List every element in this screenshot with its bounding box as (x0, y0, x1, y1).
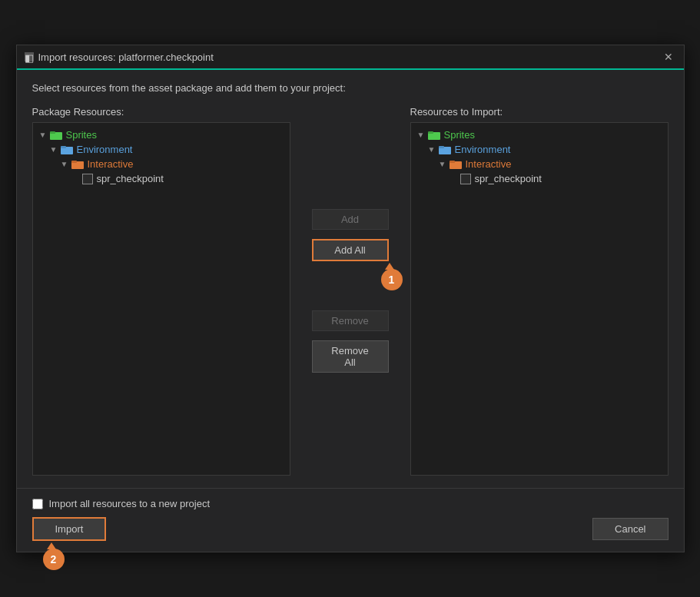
tree-item-sprites[interactable]: ▼ Sprites (33, 128, 290, 142)
file-icon-spr-checkpoint (82, 174, 93, 184)
tree-item-spr-checkpoint2[interactable]: spr_checkpoint (411, 171, 668, 186)
folder-icon-interactive (71, 159, 84, 169)
remove-all-button[interactable]: Remove All (312, 340, 389, 373)
svg-rect-3 (61, 146, 66, 148)
arrow-sprites: ▼ (39, 131, 50, 139)
arrow-environment: ▼ (50, 145, 61, 154)
tree-item-sprites2[interactable]: ▼ Sprites (411, 128, 668, 142)
folder-icon-environment2 (439, 144, 451, 154)
new-project-checkbox[interactable] (32, 499, 43, 509)
folder-icon-sprites (50, 130, 62, 140)
resources-to-import-panel: Resources to Import: ▼ Sprites ▼ (410, 106, 668, 476)
checkbox-row: Import all resources to a new project (32, 498, 668, 509)
interactive2-label: Interactive (466, 158, 512, 170)
folder-icon-sprites2 (428, 130, 440, 140)
dialog-title: Import resources: platformer.checkpoint (38, 51, 214, 63)
file-icon-spr-checkpoint2 (460, 174, 471, 184)
arrow-interactive: ▼ (61, 160, 71, 168)
svg-rect-9 (439, 146, 444, 148)
package-resources-label: Package Resources: (32, 106, 290, 118)
dialog-body: Select resources from the asset package … (17, 70, 684, 488)
title-bar: ◧ Import resources: platformer.checkpoin… (17, 45, 684, 70)
interactive-label: Interactive (88, 158, 134, 170)
arrow-spr-checkpoint2 (450, 174, 460, 183)
package-resources-panel: Package Resources: ▼ Sprites ▼ (32, 106, 290, 476)
remove-button[interactable]: Remove (312, 310, 389, 331)
arrow-spr-checkpoint (71, 174, 82, 183)
callout-badge-1: 1 (381, 269, 403, 290)
svg-rect-11 (450, 161, 455, 163)
svg-rect-5 (71, 161, 77, 163)
tree-item-environment2[interactable]: ▼ Environment (411, 142, 668, 157)
environment2-label: Environment (455, 144, 511, 155)
svg-rect-1 (50, 131, 55, 134)
middle-buttons: Add Add All 1 Remove Remove All (298, 106, 403, 476)
title-bar-left: ◧ Import resources: platformer.checkpoin… (25, 51, 214, 63)
resources-to-import-label: Resources to Import: (410, 106, 668, 118)
folder-icon-environment (61, 144, 73, 154)
window-icon: ◧ (25, 52, 34, 61)
import-callout: Import 2 (32, 517, 107, 541)
tree-item-environment[interactable]: ▼ Environment (33, 142, 290, 157)
description-text: Select resources from the asset package … (32, 82, 668, 94)
import-dialog: ◧ Import resources: platformer.checkpoin… (16, 45, 685, 552)
sprites-label: Sprites (66, 129, 97, 141)
arrow-interactive2: ▼ (439, 160, 450, 168)
tree-item-spr-checkpoint[interactable]: spr_checkpoint (33, 171, 290, 186)
add-all-callout: Add All 1 (312, 239, 389, 261)
spr-checkpoint-label: spr_checkpoint (97, 173, 164, 184)
folder-icon-interactive2 (450, 159, 462, 169)
tree-item-interactive2[interactable]: ▼ Interactive (411, 157, 668, 171)
arrow-environment2: ▼ (428, 145, 439, 154)
close-button[interactable]: ✕ (661, 50, 676, 64)
panels-row: Package Resources: ▼ Sprites ▼ (32, 106, 668, 476)
resources-to-import-tree[interactable]: ▼ Sprites ▼ Environment (410, 122, 668, 476)
checkbox-label: Import all resources to a new project (49, 498, 211, 509)
cancel-button[interactable]: Cancel (592, 518, 668, 540)
add-button[interactable]: Add (312, 209, 389, 230)
sprites2-label: Sprites (444, 129, 475, 141)
environment-label: Environment (77, 144, 133, 155)
spr-checkpoint2-label: spr_checkpoint (475, 173, 542, 184)
add-all-button[interactable]: Add All (312, 239, 389, 261)
svg-rect-7 (428, 131, 433, 134)
arrow-sprites2: ▼ (417, 131, 428, 139)
action-row: Import 2 Cancel (32, 517, 668, 541)
bottom-area: Import all resources to a new project Im… (17, 488, 684, 552)
import-button[interactable]: Import (32, 517, 107, 541)
tree-item-interactive[interactable]: ▼ Interactive (33, 157, 290, 171)
package-resources-tree[interactable]: ▼ Sprites ▼ Environment (32, 122, 290, 476)
callout-badge-2: 2 (43, 549, 65, 570)
